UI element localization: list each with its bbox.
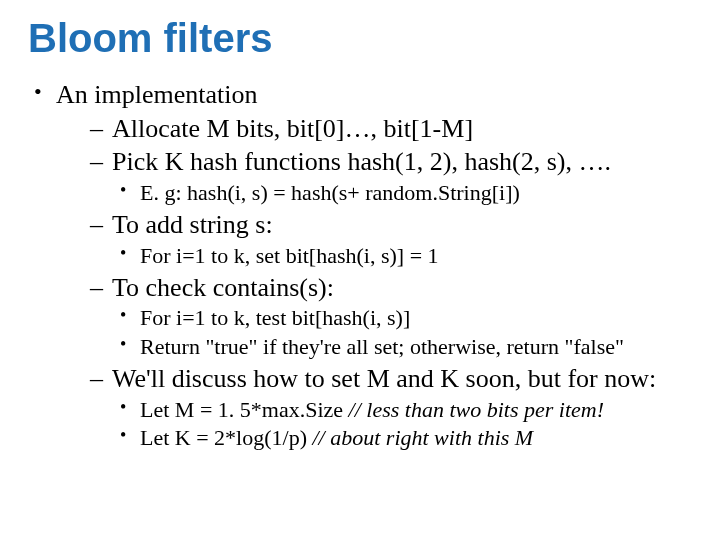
sublist-check-detail: For i=1 to k, test bit[hash(i, s)] Retur…: [56, 305, 692, 361]
let-k-text: Let K = 2*log(1/p): [140, 425, 313, 450]
item-allocate: Allocate M bits, bit[0]…, bit[1-M]: [56, 113, 692, 145]
item-add: To add string s:: [56, 209, 692, 241]
sublist-eg: E. g: hash(i, s) = hash(s+ random.String…: [56, 180, 692, 207]
sublist-implementation: Allocate M bits, bit[0]…, bit[1-M] Pick …: [56, 113, 692, 178]
item-let-m: Let M = 1. 5*max.Size // less than two b…: [56, 397, 692, 424]
slide: Bloom filters An implementation Allocate…: [0, 0, 720, 540]
item-discuss: We'll discuss how to set M and K soon, b…: [56, 363, 692, 395]
item-eg: E. g: hash(i, s) = hash(s+ random.String…: [56, 180, 692, 207]
let-m-comment: // less than two bits per item!: [349, 397, 604, 422]
item-implementation: An implementation Allocate M bits, bit[0…: [28, 79, 692, 452]
item-check-for: For i=1 to k, test bit[hash(i, s)]: [56, 305, 692, 332]
item-let-k: Let K = 2*log(1/p) // about right with t…: [56, 425, 692, 452]
item-check: To check contains(s):: [56, 272, 692, 304]
bullet-list: An implementation Allocate M bits, bit[0…: [28, 79, 692, 452]
sublist-add: To add string s:: [56, 209, 692, 241]
item-check-return: Return "true" if they're all set; otherw…: [56, 334, 692, 361]
sublist-discuss: We'll discuss how to set M and K soon, b…: [56, 363, 692, 395]
slide-title: Bloom filters: [28, 16, 692, 61]
let-k-comment: // about right with this M: [313, 425, 534, 450]
sublist-check: To check contains(s):: [56, 272, 692, 304]
sublist-add-detail: For i=1 to k, set bit[hash(i, s)] = 1: [56, 243, 692, 270]
let-m-text: Let M = 1. 5*max.Size: [140, 397, 349, 422]
item-add-for: For i=1 to k, set bit[hash(i, s)] = 1: [56, 243, 692, 270]
sublist-letmk: Let M = 1. 5*max.Size // less than two b…: [56, 397, 692, 453]
item-pick: Pick K hash functions hash(1, 2), hash(2…: [56, 146, 692, 178]
text-implementation: An implementation: [56, 80, 257, 109]
